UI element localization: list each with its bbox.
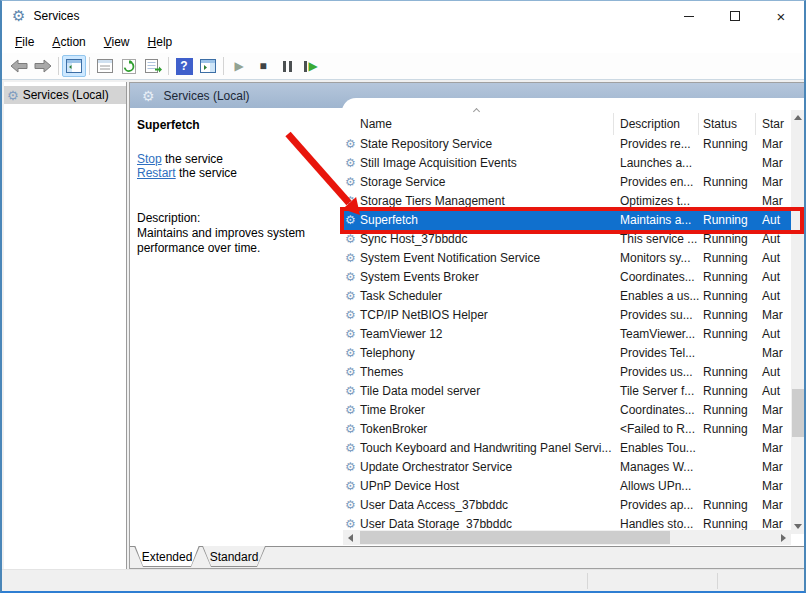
column-header-name[interactable]: Name — [360, 117, 392, 131]
service-name-cell: Tile Data model server — [360, 384, 480, 398]
column-header-startup-type[interactable]: Star — [762, 117, 784, 131]
show-action-pane-button[interactable] — [196, 55, 220, 77]
service-row[interactable]: ⚙ Storage Service Provides en... Running… — [343, 173, 791, 192]
refresh-button[interactable] — [117, 55, 141, 77]
scroll-left-button[interactable] — [343, 530, 358, 545]
service-row[interactable]: ⚙ System Event Notification Service Moni… — [343, 249, 791, 268]
service-row[interactable]: ⚙ Touch Keyboard and Handwriting Panel S… — [343, 439, 791, 458]
service-startup-cell: Mar — [762, 479, 783, 493]
column-separator[interactable] — [755, 113, 756, 135]
back-button[interactable] — [7, 55, 31, 77]
column-separator[interactable] — [613, 113, 614, 135]
pause-service-button[interactable] — [275, 55, 299, 77]
service-startup-cell: Aut — [762, 327, 780, 341]
stop-service-link[interactable]: Stop — [137, 152, 162, 166]
service-row[interactable]: ⚙ Update Orchestrator Service Manages W.… — [343, 458, 791, 477]
service-gear-icon: ⚙ — [345, 384, 356, 398]
window-controls: × — [666, 1, 804, 31]
back-icon — [10, 59, 28, 73]
service-gear-icon: ⚙ — [345, 137, 356, 151]
menu-item[interactable]: Help — [139, 32, 182, 52]
service-row[interactable]: ⚙ System Events Broker Coordinates... Ru… — [343, 268, 791, 287]
service-startup-cell: Aut — [762, 384, 780, 398]
service-status-cell: Running — [703, 308, 748, 322]
status-bar-divider — [587, 573, 588, 589]
close-icon: × — [777, 9, 786, 24]
service-rows: ⚙ State Repository Service Provides re..… — [343, 135, 791, 534]
vertical-scroll-thumb[interactable] — [792, 389, 804, 437]
horizontal-scroll-thumb[interactable] — [360, 531, 670, 544]
menu-bar: FileActionViewHelp — [2, 31, 804, 53]
help-button[interactable]: ? — [172, 55, 196, 77]
scroll-up-button[interactable] — [791, 110, 805, 125]
panel-gear-icon: ⚙ — [142, 88, 155, 104]
service-gear-icon: ⚙ — [345, 422, 356, 436]
start-service-button[interactable]: ▶ — [227, 55, 251, 77]
service-status-cell: Running — [703, 384, 748, 398]
service-gear-icon: ⚙ — [345, 346, 356, 360]
restart-service-button[interactable]: ▶ — [299, 55, 323, 77]
service-gear-icon: ⚙ — [345, 498, 356, 512]
service-row[interactable]: ⚙ Still Image Acquisition Events Launche… — [343, 154, 791, 173]
service-name-cell: Sync Host_37bbddc — [360, 232, 467, 246]
service-description-cell: Enables Tou... — [620, 441, 696, 455]
service-row[interactable]: ⚙ Storage Tiers Management Optimizes t..… — [343, 192, 791, 211]
service-row[interactable]: ⚙ Telephony Provides Tel... Mar — [343, 344, 791, 363]
column-separator[interactable] — [698, 113, 699, 135]
service-row[interactable]: ⚙ State Repository Service Provides re..… — [343, 135, 791, 154]
service-row[interactable]: ⚙ UPnP Device Host Allows UPn... Mar — [343, 477, 791, 496]
service-startup-cell: Mar — [762, 517, 783, 531]
service-name-cell: User Data Storage_37bbddc — [360, 517, 512, 531]
minimize-button[interactable] — [666, 1, 712, 31]
menu-item[interactable]: Action — [43, 32, 94, 52]
close-button[interactable]: × — [758, 1, 804, 31]
service-row[interactable]: ⚙ Task Scheduler Enables a us... Running… — [343, 287, 791, 306]
menu-item[interactable]: File — [6, 32, 43, 52]
service-row[interactable]: ⚙ Themes Provides us... Running Aut — [343, 363, 791, 382]
service-row[interactable]: ⚙ TokenBroker <Failed to R... Running Ma… — [343, 420, 791, 439]
service-description-cell: Optimizes t... — [620, 194, 690, 208]
horizontal-scrollbar[interactable] — [343, 530, 791, 545]
menu-item[interactable]: View — [95, 32, 139, 52]
service-description-cell: Coordinates... — [620, 403, 695, 417]
service-row[interactable]: ⚙ Time Broker Coordinates... Running Mar — [343, 401, 791, 420]
properties-button[interactable] — [93, 55, 117, 77]
service-status-cell: Running — [703, 422, 748, 436]
service-row[interactable]: ⚙ TeamViewer 12 TeamViewer... Running Au… — [343, 325, 791, 344]
service-row[interactable]: ⚙ TCP/IP NetBIOS Helper Provides su... R… — [343, 306, 791, 325]
service-status-cell: Running — [703, 327, 748, 341]
tree-item-label: Services (Local) — [23, 88, 109, 102]
vertical-scrollbar[interactable] — [791, 110, 805, 534]
tab-extended[interactable]: Extended — [134, 546, 200, 567]
show-console-tree-button[interactable] — [62, 55, 86, 77]
service-gear-icon: ⚙ — [345, 289, 356, 303]
toolbar: ? ▶ ■ ▶ — [2, 53, 804, 80]
column-header-status[interactable]: Status — [703, 117, 737, 131]
service-row[interactable]: ⚙ Superfetch Maintains a... Running Aut — [343, 211, 791, 230]
service-gear-icon: ⚙ — [345, 365, 356, 379]
service-description-cell: <Failed to R... — [620, 422, 695, 436]
tab-standard[interactable]: Standard — [202, 546, 266, 567]
service-startup-cell: Aut — [762, 213, 780, 227]
maximize-button[interactable] — [712, 1, 758, 31]
forward-button[interactable] — [31, 55, 55, 77]
restart-service-link[interactable]: Restart — [137, 166, 176, 180]
service-gear-icon: ⚙ — [345, 232, 356, 246]
service-description-cell: Provides re... — [620, 137, 691, 151]
service-status-cell: Running — [703, 517, 748, 531]
tree-item-services-local[interactable]: ⚙ Services (Local) — [4, 86, 126, 104]
service-row[interactable]: ⚙ Tile Data model server Tile Server f..… — [343, 382, 791, 401]
scroll-right-button[interactable] — [776, 530, 791, 545]
scroll-down-button[interactable] — [791, 519, 805, 534]
export-list-button[interactable] — [141, 55, 165, 77]
description-label: Description: — [137, 211, 327, 226]
column-header-description[interactable]: Description — [620, 117, 680, 131]
service-gear-icon: ⚙ — [345, 460, 356, 474]
status-bar-divider — [717, 573, 718, 589]
service-startup-cell: Mar — [762, 441, 783, 455]
stop-service-button[interactable]: ■ — [251, 55, 275, 77]
service-status-cell: Running — [703, 270, 748, 284]
service-row[interactable]: ⚙ Sync Host_37bbddc This service ... Run… — [343, 230, 791, 249]
service-gear-icon: ⚙ — [345, 327, 356, 341]
service-row[interactable]: ⚙ User Data Access_37bbddc Provides ap..… — [343, 496, 791, 515]
